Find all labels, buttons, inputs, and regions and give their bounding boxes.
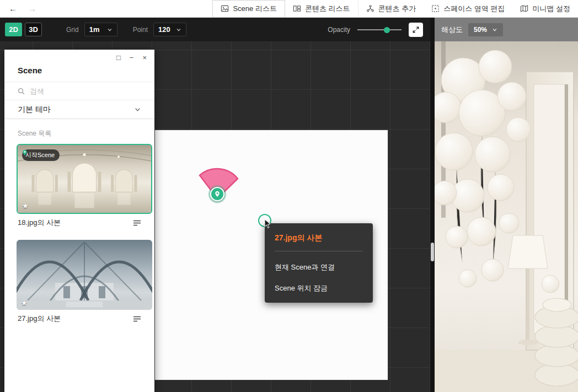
close-icon[interactable]: × <box>142 54 147 61</box>
tab-minimap-settings[interactable]: 미니맵 설정 <box>512 1 578 17</box>
toolbar-right-group: Opacity <box>328 23 430 37</box>
point-size-dropdown[interactable]: 120 <box>153 23 186 36</box>
context-menu-divider <box>275 251 363 251</box>
favorite-star-icon[interactable]: ★ <box>21 299 28 307</box>
grid-size-dropdown[interactable]: 1m <box>84 23 117 36</box>
preview-toolbar: 해상도 50% <box>435 18 578 41</box>
start-scene-badge-label: 시작Scene <box>25 151 55 159</box>
resize-handle[interactable] <box>431 243 434 261</box>
panel-window-controls: □ − × <box>4 50 154 62</box>
editor-toolbar: 2D 3D Grid 1m Point 120 Opacity <box>0 18 430 41</box>
scene-options-menu-icon[interactable] <box>133 219 141 227</box>
scene-list: 시작Scene ★ 18.jpg의 사본 <box>4 144 154 336</box>
chevron-down-icon <box>176 27 181 33</box>
scene-card-27[interactable]: ★ 27.jpg의 사본 <box>17 240 142 324</box>
expand-icon <box>412 26 420 34</box>
scene-name: 18.jpg의 사본 <box>18 218 61 228</box>
panel-resize-divider <box>430 18 435 392</box>
view-mode-toggle: 2D 3D <box>5 23 42 36</box>
tab-space-area-edit[interactable]: 스페이스 영역 편집 <box>424 1 512 17</box>
tab-content-list[interactable]: 콘텐츠 리스트 <box>285 1 358 17</box>
top-bar: ← → Scene 리스트 콘텐츠 리스트 콘텐츠 추가 스페이스 영역 편집 <box>0 0 578 18</box>
scene-card-18[interactable]: 시작Scene ★ 18.jpg의 사본 <box>17 144 142 228</box>
opacity-slider[interactable] <box>357 26 402 34</box>
search-icon <box>18 88 25 95</box>
editor-mode-tabs: Scene 리스트 콘텐츠 리스트 콘텐츠 추가 스페이스 영역 편집 미니맵 … <box>212 0 578 17</box>
panorama-thumbnail-27 <box>17 240 152 310</box>
tab-label: 콘텐츠 추가 <box>378 4 416 14</box>
tab-label: 스페이스 영역 편집 <box>443 4 505 14</box>
grid-size-value: 1m <box>89 25 100 34</box>
mouse-cursor-icon <box>264 219 271 229</box>
scene-options-menu-icon[interactable] <box>133 315 141 323</box>
layout-grid-icon <box>293 4 301 13</box>
resolution-dropdown[interactable]: 50% <box>468 23 503 36</box>
back-arrow-icon[interactable]: ← <box>9 4 17 13</box>
mode-3d-button[interactable]: 3D <box>25 23 42 36</box>
favorite-star-icon[interactable]: ★ <box>22 202 29 210</box>
tab-label: 콘텐츠 리스트 <box>305 4 350 14</box>
scene-panel: □ − × Scene 기본 테마 Scene 목록 <box>4 50 154 392</box>
fullscreen-button[interactable] <box>409 23 423 37</box>
scene-search <box>4 82 154 100</box>
scene-name-row: 27.jpg의 사본 <box>18 314 141 324</box>
image-icon <box>221 4 229 13</box>
scene-position-pin[interactable] <box>210 187 224 201</box>
scene-thumbnail-27[interactable]: ★ <box>17 240 152 310</box>
maximize-icon[interactable]: □ <box>116 54 121 61</box>
scene-name-row: 18.jpg의 사본 <box>18 218 141 228</box>
opacity-slider-track <box>357 29 402 30</box>
scene-context-menu: 27.jpg의 사본 현재 Scene과 연결 Scene 위치 잠금 <box>265 223 373 303</box>
scene-thumbnail-18[interactable]: 시작Scene ★ <box>17 144 152 214</box>
mode-2d-button[interactable]: 2D <box>5 23 22 36</box>
minimize-icon[interactable]: − <box>130 54 134 61</box>
tab-label: 미니맵 설정 <box>532 4 570 14</box>
theme-dropdown-value: 기본 테마 <box>18 105 51 115</box>
location-pin-icon <box>22 149 28 156</box>
start-scene-badge: 시작Scene <box>22 149 60 161</box>
resolution-label: 해상도 <box>441 25 463 35</box>
node-graph-icon <box>366 4 374 13</box>
context-menu-title: 27.jpg의 사본 <box>275 233 363 243</box>
scene-name: 27.jpg의 사본 <box>18 314 61 324</box>
scene-list-section-label: Scene 목록 <box>18 129 141 138</box>
theme-dropdown[interactable]: 기본 테마 <box>4 100 154 119</box>
grid-label: Grid <box>66 26 79 34</box>
context-menu-item-lock-position[interactable]: Scene 위치 잠금 <box>275 283 363 293</box>
location-pin-icon <box>214 191 221 197</box>
tab-content-add[interactable]: 콘텐츠 추가 <box>358 1 424 17</box>
opacity-slider-thumb[interactable] <box>384 27 390 33</box>
context-menu-item-link-scene[interactable]: 현재 Scene과 연결 <box>275 262 363 272</box>
resolution-value: 50% <box>474 26 487 34</box>
search-input[interactable] <box>30 87 141 95</box>
tab-label: Scene 리스트 <box>233 4 276 14</box>
scene-3d-preview: 해상도 50% <box>435 18 578 392</box>
chevron-down-icon <box>107 27 113 33</box>
opacity-label: Opacity <box>328 26 350 34</box>
chevron-down-icon <box>134 106 141 113</box>
map-icon <box>520 4 528 13</box>
panorama-preview-image[interactable] <box>435 41 578 392</box>
dashed-selection-icon <box>431 4 440 13</box>
history-nav: ← → <box>0 4 36 13</box>
chevron-down-icon <box>492 27 497 33</box>
panel-title: Scene <box>4 62 154 82</box>
panorama-render <box>435 41 578 392</box>
forward-arrow-icon[interactable]: → <box>28 4 36 13</box>
point-size-value: 120 <box>158 25 170 34</box>
tab-scene-list[interactable]: Scene 리스트 <box>212 0 285 18</box>
space-editor-app: ← → Scene 리스트 콘텐츠 리스트 콘텐츠 추가 스페이스 영역 편집 <box>0 0 578 392</box>
point-label: Point <box>133 26 148 34</box>
